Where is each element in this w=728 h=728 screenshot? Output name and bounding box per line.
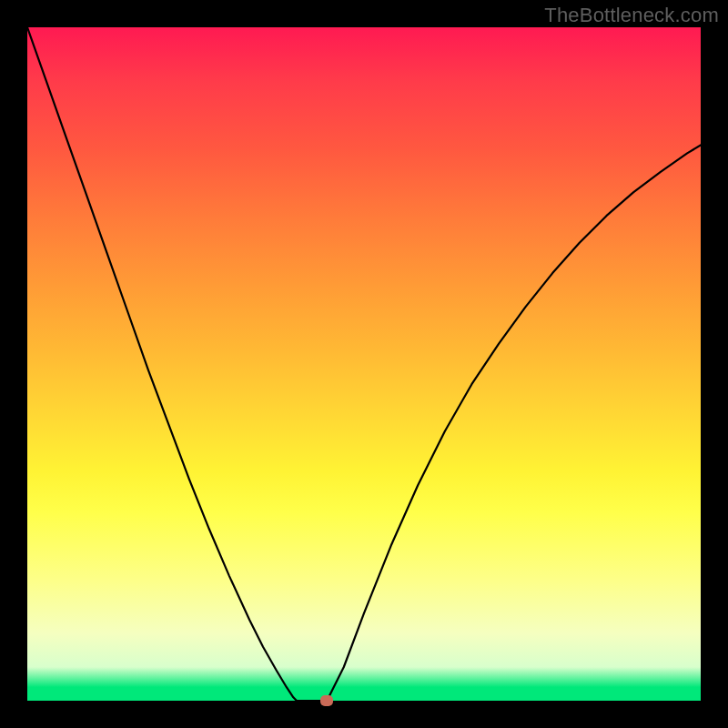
- plot-area: [27, 27, 701, 701]
- watermark-text: TheBottleneck.com: [544, 4, 719, 27]
- optimum-marker: [320, 695, 333, 706]
- chart-frame: TheBottleneck.com: [0, 0, 728, 728]
- bottleneck-curve: [27, 27, 701, 701]
